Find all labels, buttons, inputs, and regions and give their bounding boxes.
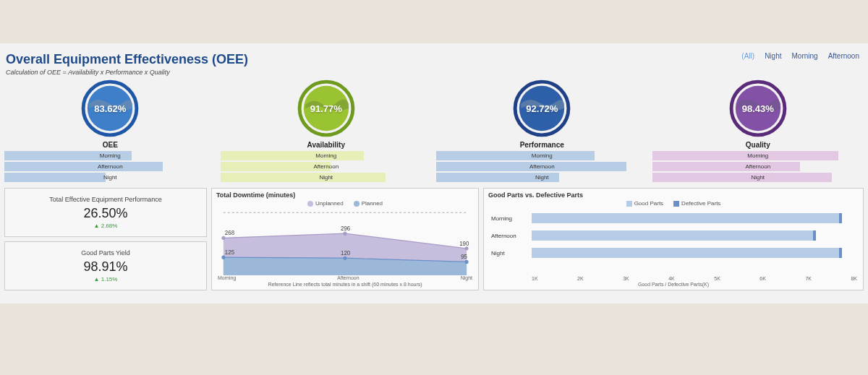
gauge-oee[interactable]: 83.62% (80, 79, 140, 138)
header: Overall Equipment Effectiveness (OEE) Ca… (0, 43, 868, 76)
kpi-yield-value: 98.91% (83, 259, 127, 275)
filter-all[interactable]: (All) (741, 52, 754, 60)
legend-good: Good Parts (626, 200, 663, 207)
metric-quality: 98.43% Quality Morning Afternoon Night (652, 79, 864, 184)
legend-planned: Planned (354, 200, 383, 207)
downtime-footnote: Reference Line reflects total minutes in… (216, 282, 474, 287)
kpi-stack: Total Effective Equipment Performance 26… (4, 188, 207, 290)
bottom-row: Total Effective Equipment Performance 26… (0, 184, 868, 295)
dt-u1: 268 (225, 230, 235, 236)
gp-row-afternoon: Afternoon (488, 228, 859, 243)
kpi-yield-label: Good Parts Yield (81, 249, 130, 257)
avail-bar-morning[interactable]: Morning (221, 151, 433, 160)
metric-performance: 92.72% Performance Morning Afternoon Nig… (436, 79, 648, 184)
quality-shift-bars: Morning Afternoon Night (652, 151, 864, 184)
oee-bar-afternoon[interactable]: Afternoon (4, 162, 216, 171)
qual-bar-morning[interactable]: Morning (652, 151, 864, 160)
oee-bar-night[interactable]: Night (4, 173, 216, 182)
perf-bar-afternoon[interactable]: Afternoon (436, 162, 648, 171)
metric-quality-name: Quality (746, 141, 770, 149)
goodparts-legend: Good Parts Defective Parts (488, 200, 859, 207)
oee-shift-bars: Morning Afternoon Night (4, 151, 216, 184)
title-block: Overall Equipment Effectiveness (OEE) Ca… (6, 52, 248, 76)
gauge-oee-value: 83.62% (80, 79, 140, 138)
gauge-availability-value: 91.77% (297, 79, 356, 138)
avail-bar-afternoon[interactable]: Afternoon (221, 162, 433, 171)
goodparts-axis-label: Good Parts / Defective Parts(K) (488, 282, 859, 287)
legend-unplanned: Unplanned (307, 200, 344, 207)
performance-shift-bars: Morning Afternoon Night (436, 151, 648, 184)
perf-bar-morning[interactable]: Morning (436, 151, 648, 160)
metrics-row: 83.62% OEE Morning Afternoon Night 91.77… (0, 76, 868, 184)
goodparts-title: Good Parts vs. Defective Parts (488, 191, 859, 199)
filter-night[interactable]: Night (765, 52, 781, 60)
downtime-legend: Unplanned Planned (216, 200, 474, 207)
metric-oee-name: OEE (103, 141, 118, 149)
gauge-performance[interactable]: 92.72% (512, 79, 571, 138)
kpi-teep-delta: 2.68% (94, 223, 118, 229)
svg-point-12 (344, 257, 347, 260)
svg-point-15 (344, 232, 347, 236)
svg-text:125: 125 (225, 249, 235, 256)
avail-bar-night[interactable]: Night (221, 173, 433, 182)
perf-bar-night[interactable]: Night (436, 173, 648, 182)
svg-text:120: 120 (341, 250, 351, 257)
shift-filter: (All) Night Morning Afternoon (741, 52, 859, 60)
svg-text:190: 190 (459, 241, 469, 247)
gauge-quality-value: 98.43% (728, 79, 788, 138)
page-subtitle: Calculation of OEE = Availability x Perf… (6, 69, 248, 76)
kpi-teep-label: Total Effective Equipment Performance (49, 196, 161, 203)
page-title: Overall Equipment Effectiveness (OEE) (6, 52, 248, 67)
gauge-quality[interactable]: 98.43% (728, 79, 788, 138)
filter-morning[interactable]: Morning (791, 52, 817, 60)
svg-text:95: 95 (461, 254, 467, 260)
kpi-yield[interactable]: Good Parts Yield 98.91% 1.15% (4, 241, 207, 290)
panel-downtime[interactable]: Total Downtime (minutes) Unplanned Plann… (211, 188, 479, 290)
kpi-teep[interactable]: Total Effective Equipment Performance 26… (4, 188, 207, 237)
gp-row-night: Night (488, 246, 859, 260)
gp-row-morning: Morning (488, 211, 859, 225)
metric-availability: 91.77% Availability Morning Afternoon Ni… (221, 79, 433, 184)
downtime-axis: Morning Afternoon Night (216, 275, 474, 280)
svg-point-11 (221, 256, 225, 259)
metric-performance-name: Performance (520, 141, 564, 149)
oee-bar-morning[interactable]: Morning (4, 151, 216, 160)
filter-afternoon[interactable]: Afternoon (828, 52, 859, 60)
legend-defect: Defective Parts (673, 200, 720, 207)
svg-point-14 (221, 236, 225, 240)
metric-oee: 83.62% OEE Morning Afternoon Night (4, 79, 216, 184)
availability-shift-bars: Morning Afternoon Night (221, 151, 433, 184)
dashboard-root: Overall Equipment Effectiveness (OEE) Ca… (0, 43, 868, 303)
qual-bar-night[interactable]: Night (652, 173, 864, 182)
metric-availability-name: Availability (307, 141, 345, 149)
goodparts-chart: Morning Afternoon Night (488, 208, 859, 276)
gauge-performance-value: 92.72% (512, 79, 571, 138)
qual-bar-afternoon[interactable]: Afternoon (652, 162, 864, 171)
downtime-chart: 268 296 190 125 120 95 (216, 208, 474, 275)
svg-point-16 (465, 246, 469, 250)
panel-goodparts[interactable]: Good Parts vs. Defective Parts Good Part… (483, 188, 864, 290)
goodparts-axis: 1K 2K 3K 4K 5K 6K 7K 8K (488, 276, 859, 281)
kpi-yield-delta: 1.15% (94, 276, 118, 283)
svg-text:296: 296 (341, 225, 351, 232)
downtime-title: Total Downtime (minutes) (216, 191, 474, 199)
svg-point-13 (465, 260, 469, 264)
kpi-teep-value: 26.50% (83, 206, 127, 221)
gauge-availability[interactable]: 91.77% (297, 79, 356, 138)
